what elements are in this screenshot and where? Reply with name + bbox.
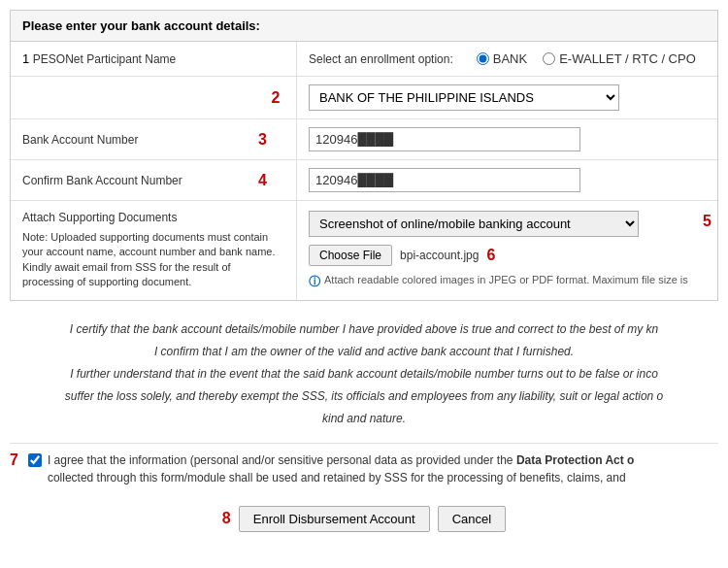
doc-type-select[interactable]: Screenshot of online/mobile banking acco… <box>309 211 639 237</box>
ewallet-option-label: E-WALLET / RTC / CPO <box>559 51 696 66</box>
supporting-docs-title: Attach Supporting Documents <box>22 211 284 224</box>
certification-section: I certify that the bank account details/… <box>0 311 728 443</box>
cert-line-4: suffer the loss solely, and thereby exem… <box>19 387 709 406</box>
cert-line-5: kind and nature. <box>19 410 709 428</box>
info-icon: ⓘ <box>309 274 320 290</box>
bank-radio[interactable] <box>477 52 489 65</box>
account-number-input[interactable] <box>309 127 580 151</box>
agreement-section: 7 I agree that the information (personal… <box>0 444 728 494</box>
account-number-label-cell: 3 Bank Account Number <box>11 119 297 159</box>
docs-label-cell: Attach Supporting Documents Note: Upload… <box>11 201 297 300</box>
file-info-content: Attach readable colored images in JPEG o… <box>324 274 688 285</box>
agreement-checkbox[interactable] <box>28 453 42 467</box>
pesonet-label-cell: 1 PESONet Participant Name <box>11 42 297 76</box>
step-5-badge: 5 <box>703 213 711 230</box>
agreement-text: I agree that the information (personal a… <box>48 451 635 486</box>
agreement-text-bold: Data Protection Act o <box>516 453 635 467</box>
confirm-account-label: Confirm Bank Account Number <box>22 174 182 187</box>
step-4-badge: 4 <box>258 172 267 189</box>
file-info-text: ⓘ Attach readable colored images in JPEG… <box>309 274 706 290</box>
page-wrapper: Please enter your bank account details: … <box>0 10 728 544</box>
account-number-row: 3 Bank Account Number <box>11 119 717 160</box>
account-number-label: Bank Account Number <box>22 133 138 147</box>
step-1-badge: 1 <box>22 51 29 66</box>
cert-line-2: I confirm that I am the owner of the val… <box>19 343 709 361</box>
account-number-input-cell <box>297 119 717 159</box>
supporting-docs-row: Attach Supporting Documents Note: Upload… <box>11 201 717 300</box>
form-header-text: Please enter your bank account details: <box>22 18 260 33</box>
cancel-button[interactable]: Cancel <box>438 506 506 532</box>
confirm-account-input[interactable] <box>309 168 580 192</box>
cert-line-1: I certify that the bank account details/… <box>19 320 709 339</box>
bank-step-cell: 2 <box>11 77 297 118</box>
pesonet-label: PESONet Participant Name <box>33 52 176 66</box>
confirm-account-input-cell <box>297 160 717 200</box>
bank-select[interactable]: BANK OF THE PHILIPPINE ISLANDS <box>309 84 619 111</box>
step-6-badge: 6 <box>486 247 495 264</box>
agreement-text-start: I agree that the information (personal a… <box>48 453 516 467</box>
supporting-docs-note: Note: Uploaded supporting documents must… <box>22 230 284 290</box>
cert-line-3: I further understand that in the event t… <box>19 365 709 384</box>
confirm-account-row: 4 Confirm Bank Account Number <box>11 160 717 201</box>
form-section: Please enter your bank account details: … <box>10 10 718 301</box>
bank-dropdown-row: 2 BANK OF THE PHILIPPINE ISLANDS <box>11 77 717 119</box>
ewallet-radio-option[interactable]: E-WALLET / RTC / CPO <box>543 51 696 66</box>
bank-radio-option[interactable]: BANK <box>477 51 527 66</box>
file-row: Choose File bpi-account.jpg 6 <box>309 245 706 266</box>
step-3-badge: 3 <box>258 131 267 149</box>
step-8-badge: 8 <box>222 510 231 527</box>
bank-option-label: BANK <box>493 51 527 66</box>
form-header: Please enter your bank account details: <box>11 11 717 42</box>
enrollment-option-row: 1 PESONet Participant Name Select an enr… <box>11 42 717 77</box>
enrollment-option-cell: Select an enrollment option: BANK E-WALL… <box>297 42 717 76</box>
enrollment-option-label: Select an enrollment option: <box>309 52 453 66</box>
docs-input-cell: 5 Screenshot of online/mobile banking ac… <box>297 201 717 300</box>
file-name-display: bpi-account.jpg <box>400 249 479 262</box>
step-2-badge: 2 <box>267 89 284 107</box>
enroll-button[interactable]: Enroll Disbursement Account <box>239 506 430 532</box>
bank-input-cell: BANK OF THE PHILIPPINE ISLANDS <box>297 77 717 118</box>
step-7-badge: 7 <box>10 451 18 469</box>
submit-section: 8 Enroll Disbursement Account Cancel <box>0 494 728 544</box>
ewallet-radio[interactable] <box>543 52 555 65</box>
choose-file-button[interactable]: Choose File <box>309 245 392 266</box>
agreement-text-end: collected through this form/module shall… <box>48 471 626 484</box>
confirm-account-label-cell: 4 Confirm Bank Account Number <box>11 160 297 200</box>
